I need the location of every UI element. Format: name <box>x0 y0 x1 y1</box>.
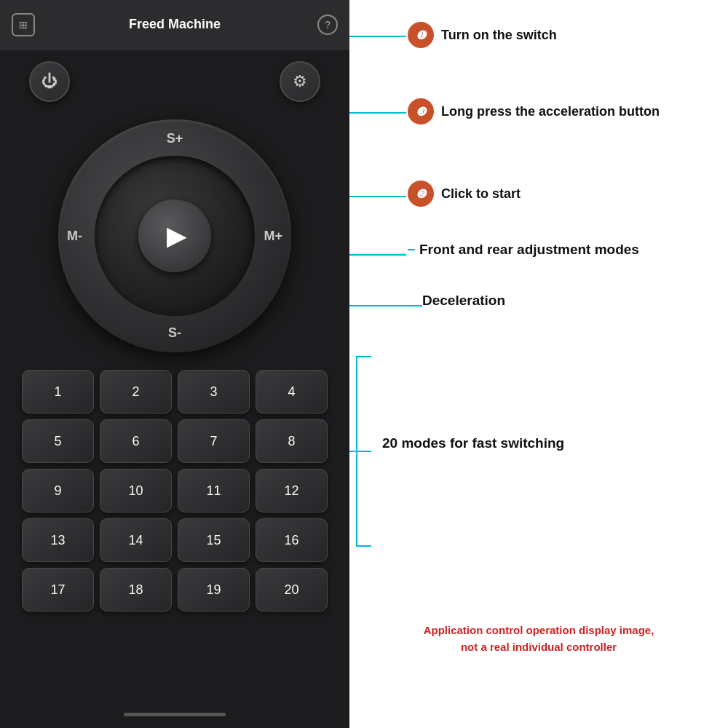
numpad-button-4[interactable]: 4 <box>256 370 328 414</box>
app-panel: ⊞ Freed Machine ? ⏻ ⚙ S+ S- M- M+ ▶ 1234… <box>0 0 349 728</box>
annotation-step2-text: Click to start <box>441 186 521 202</box>
numpad-button-13[interactable]: 13 <box>22 518 94 562</box>
mode-minus-button[interactable]: M- <box>67 229 82 244</box>
numpad-button-3[interactable]: 3 <box>178 370 250 414</box>
front-rear-text: Front and rear adjustment modes <box>419 242 639 258</box>
disclaimer: Application control operation display im… <box>364 622 713 655</box>
numpad-button-18[interactable]: 18 <box>100 568 172 612</box>
numpad-button-12[interactable]: 12 <box>256 469 328 513</box>
numpad-button-7[interactable]: 7 <box>178 419 250 463</box>
play-icon: ▶ <box>167 221 187 251</box>
help-icon: ? <box>325 19 331 31</box>
home-indicator <box>124 713 226 716</box>
annotation-step2: ❷ Click to start <box>408 181 521 207</box>
annotation-front-rear: Front and rear adjustment modes <box>408 242 639 258</box>
badge-2: ❷ <box>408 181 434 207</box>
settings-button[interactable]: ⚙ <box>280 61 320 102</box>
controller-area: S+ S- M- M+ ▶ <box>58 119 291 352</box>
modes-text: 20 modes for fast switching <box>382 435 564 451</box>
badge-3: ❸ <box>408 98 434 124</box>
numpad-button-10[interactable]: 10 <box>100 469 172 513</box>
annotation-step1-text: Turn on the switch <box>441 28 557 43</box>
mode-plus-button[interactable]: M+ <box>264 229 282 244</box>
numpad-button-8[interactable]: 8 <box>256 419 328 463</box>
numpad-button-17[interactable]: 17 <box>22 568 94 612</box>
annotation-modes: 20 modes for fast switching <box>382 435 564 451</box>
help-button[interactable]: ? <box>317 15 338 35</box>
speed-minus-button[interactable]: S- <box>168 325 181 341</box>
top-controls: ⏻ ⚙ <box>0 50 349 114</box>
badge-1: ❶ <box>408 22 434 48</box>
speed-plus-button[interactable]: S+ <box>167 131 183 146</box>
numpad-button-11[interactable]: 11 <box>178 469 250 513</box>
play-button[interactable]: ▶ <box>138 199 211 272</box>
annotation-step3: ❸ Long press the acceleration button <box>408 98 660 124</box>
numpad-button-20[interactable]: 20 <box>256 568 328 612</box>
numpad-button-15[interactable]: 15 <box>178 518 250 562</box>
app-title: Freed Machine <box>129 17 221 32</box>
numpad-button-19[interactable]: 19 <box>178 568 250 612</box>
numpad-button-16[interactable]: 16 <box>256 518 328 562</box>
numpad-button-14[interactable]: 14 <box>100 518 172 562</box>
power-button[interactable]: ⏻ <box>29 61 70 102</box>
numpad-button-5[interactable]: 5 <box>22 419 94 463</box>
numpad-button-2[interactable]: 2 <box>100 370 172 414</box>
numpad-button-9[interactable]: 9 <box>22 469 94 513</box>
disclaimer-line2: not a real individual controller <box>364 639 713 656</box>
annotation-deceleration: Deceleration <box>422 293 505 309</box>
back-button[interactable]: ⊞ <box>12 13 35 36</box>
numpad-button-6[interactable]: 6 <box>100 419 172 463</box>
title-bar: ⊞ Freed Machine ? <box>0 0 349 50</box>
annotation-step3-text: Long press the acceleration button <box>441 104 660 119</box>
disclaimer-line1: Application control operation display im… <box>364 622 713 639</box>
settings-icon: ⚙ <box>293 72 307 91</box>
annotation-step1: ❶ Turn on the switch <box>408 22 557 48</box>
power-icon: ⏻ <box>41 72 58 91</box>
deceleration-text: Deceleration <box>422 293 505 309</box>
annotation-panel: ❶ Turn on the switch ❸ Long press the ac… <box>349 0 728 728</box>
numpad-button-1[interactable]: 1 <box>22 370 94 414</box>
numpad: 1234567891011121314151617181920 <box>22 370 328 612</box>
